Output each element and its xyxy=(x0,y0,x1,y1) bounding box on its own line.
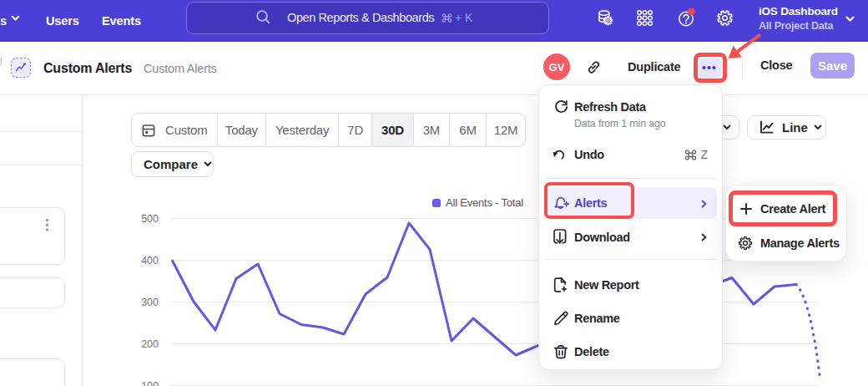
svg-text:400: 400 xyxy=(141,255,159,267)
svg-text:100: 100 xyxy=(141,380,159,386)
svg-text:300: 300 xyxy=(141,297,159,308)
svg-text:All Events - Total: All Events - Total xyxy=(446,196,523,209)
svg-text:500: 500 xyxy=(141,213,159,225)
svg-text:200: 200 xyxy=(141,338,159,350)
